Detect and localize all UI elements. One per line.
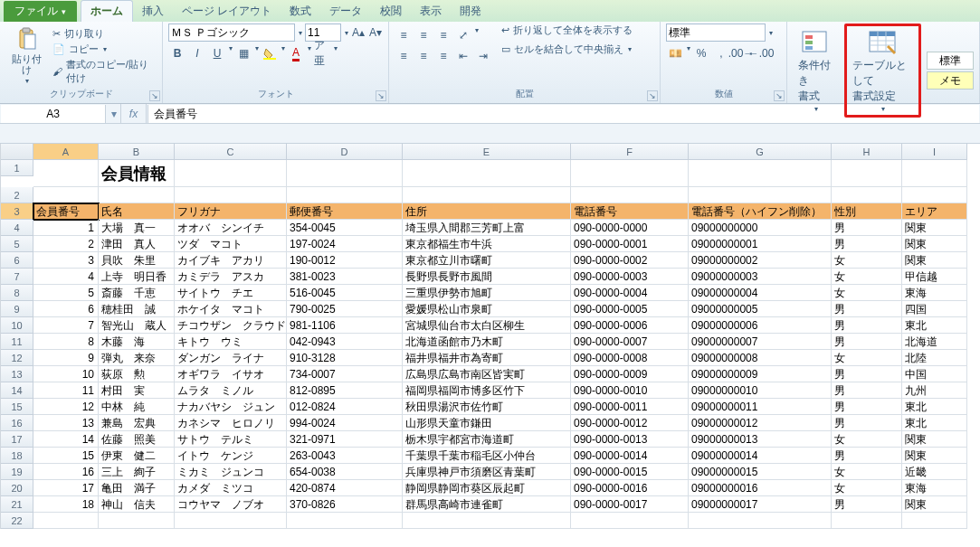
phonetic-button[interactable]: ア亜: [313, 44, 331, 62]
cell[interactable]: 8: [33, 334, 99, 350]
cell[interactable]: 263-0043: [287, 448, 403, 464]
style-memo[interactable]: メモ: [927, 71, 974, 90]
cell[interactable]: カイブキ アカリ: [175, 252, 287, 269]
cell[interactable]: 190-0012: [287, 252, 403, 269]
cell[interactable]: 福井県福井市為寄町: [403, 350, 571, 366]
cut-button[interactable]: ✂切り取り: [52, 27, 157, 41]
cell[interactable]: 09000000012: [689, 415, 832, 431]
cell[interactable]: [33, 160, 99, 187]
dialog-launcher-icon[interactable]: ↘: [774, 90, 785, 101]
decrease-indent-button[interactable]: ⇤: [454, 47, 472, 65]
cell[interactable]: [287, 160, 403, 187]
cell[interactable]: 女: [832, 252, 902, 269]
cell[interactable]: 伊東 健二: [99, 448, 175, 464]
col-header-G[interactable]: G: [689, 144, 832, 160]
cell[interactable]: 穂桂田 誠: [99, 301, 175, 317]
cell[interactable]: 中林 純: [99, 399, 175, 415]
cell[interactable]: イトウ ケンジ: [175, 448, 287, 464]
cell[interactable]: キトウ ウミ: [175, 334, 287, 350]
accounting-format-button[interactable]: 💴: [666, 44, 684, 62]
col-header-I[interactable]: I: [902, 144, 967, 160]
align-middle-button[interactable]: ≡: [414, 26, 433, 44]
cell[interactable]: 愛媛県松山市泉町: [403, 301, 571, 317]
format-painter-button[interactable]: 🖌書式のコピー/貼り付け: [52, 58, 157, 85]
cell[interactable]: 14: [33, 431, 99, 448]
cell[interactable]: 13: [33, 415, 99, 431]
cell[interactable]: サトウ テルミ: [175, 431, 287, 448]
cell[interactable]: 男: [832, 382, 902, 399]
cell[interactable]: 北陸: [902, 350, 967, 366]
cell[interactable]: 981-1106: [287, 317, 403, 334]
cell[interactable]: 09000000009: [689, 366, 832, 382]
cell[interactable]: [99, 513, 175, 529]
cell[interactable]: 関東: [902, 252, 967, 269]
cell[interactable]: 090-0000-0006: [571, 317, 689, 334]
row-header[interactable]: 6: [1, 252, 33, 269]
cell[interactable]: 09000000010: [689, 382, 832, 399]
row-header[interactable]: 11: [1, 334, 33, 350]
tab-data[interactable]: データ: [320, 1, 371, 22]
file-tab[interactable]: ファイル: [4, 1, 77, 22]
cell[interactable]: 090-0000-0013: [571, 431, 689, 448]
dialog-launcher-icon[interactable]: ↘: [149, 90, 160, 101]
cell[interactable]: 420-0874: [287, 480, 403, 496]
cell[interactable]: 女: [832, 480, 902, 496]
cell[interactable]: 東京都福生市牛浜: [403, 236, 571, 252]
cell[interactable]: 090-0000-0010: [571, 382, 689, 399]
cell[interactable]: 東京都立川市曙町: [403, 252, 571, 269]
cell[interactable]: 321-0971: [287, 431, 403, 448]
number-format-select[interactable]: [666, 24, 766, 42]
row-header[interactable]: 21: [1, 496, 33, 513]
cell[interactable]: 電話番号: [571, 203, 689, 220]
cell[interactable]: 甲信越: [902, 269, 967, 285]
cell[interactable]: 090-0000-0007: [571, 334, 689, 350]
cell[interactable]: 北海道: [902, 334, 967, 350]
cell[interactable]: 042-0943: [287, 334, 403, 350]
cell[interactable]: 11: [33, 382, 99, 399]
select-all-corner[interactable]: [1, 144, 33, 160]
cell[interactable]: 佐藤 照美: [99, 431, 175, 448]
cell[interactable]: 516-0045: [287, 285, 403, 301]
cell[interactable]: [403, 187, 571, 203]
paste-button[interactable]: 貼り付け ▾: [5, 24, 49, 87]
cell[interactable]: ムラタ ミノル: [175, 382, 287, 399]
cell[interactable]: 津田 真人: [99, 236, 175, 252]
cell[interactable]: [571, 513, 689, 529]
cell[interactable]: 09000000006: [689, 317, 832, 334]
cell[interactable]: 男: [832, 236, 902, 252]
cell[interactable]: 7: [33, 317, 99, 334]
row-header[interactable]: 1: [1, 160, 33, 176]
underline-button[interactable]: U: [208, 44, 226, 62]
cell[interactable]: 9: [33, 350, 99, 366]
align-right-button[interactable]: ≡: [434, 47, 452, 65]
cell[interactable]: [832, 513, 902, 529]
cell[interactable]: 山形県天童市鎌田: [403, 415, 571, 431]
align-left-button[interactable]: ≡: [395, 47, 413, 65]
row-header[interactable]: 22: [1, 513, 33, 529]
font-color-button[interactable]: A: [287, 44, 305, 62]
cell[interactable]: 東海: [902, 480, 967, 496]
cell[interactable]: 氏名: [99, 203, 175, 220]
cell[interactable]: 994-0024: [287, 415, 403, 431]
cell[interactable]: 09000000004: [689, 285, 832, 301]
cell[interactable]: 九州: [902, 382, 967, 399]
cell[interactable]: [403, 160, 571, 187]
cell[interactable]: 09000000017: [689, 496, 832, 513]
row-header[interactable]: 5: [1, 236, 33, 252]
cell[interactable]: 090-0000-0009: [571, 366, 689, 382]
cell[interactable]: [287, 513, 403, 529]
cell[interactable]: 男: [832, 366, 902, 382]
cell[interactable]: エリア: [902, 203, 967, 220]
row-header[interactable]: 12: [1, 350, 33, 366]
cell[interactable]: 荻原 勲: [99, 366, 175, 382]
cell[interactable]: 男: [832, 448, 902, 464]
cell[interactable]: 関東: [902, 448, 967, 464]
cell[interactable]: [175, 160, 287, 187]
fill-color-button[interactable]: [261, 44, 279, 62]
cell[interactable]: 女: [832, 269, 902, 285]
percent-button[interactable]: %: [692, 44, 710, 62]
align-center-button[interactable]: ≡: [414, 47, 433, 65]
row-header[interactable]: 14: [1, 382, 33, 399]
cell[interactable]: 6: [33, 301, 99, 317]
row-header[interactable]: 2: [1, 187, 33, 203]
